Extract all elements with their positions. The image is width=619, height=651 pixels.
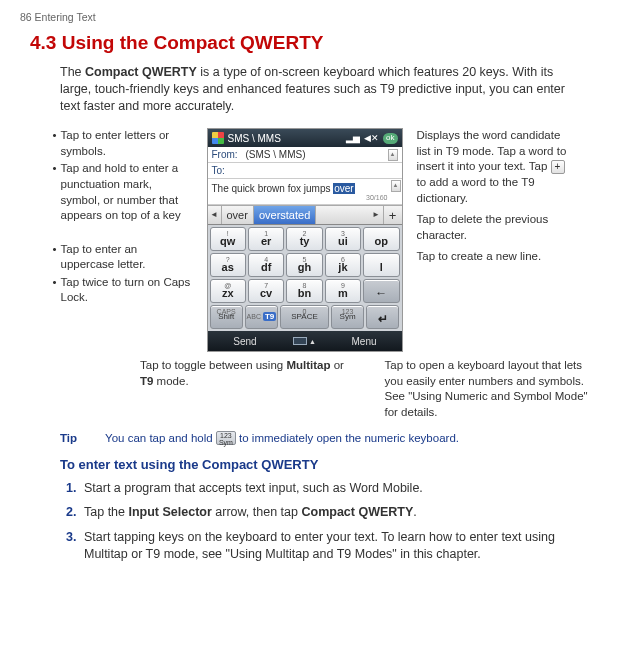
anno-toggle-mode: Tap to toggle between using Multitap or … — [140, 358, 355, 420]
anno-toggle-mid: or — [331, 359, 344, 371]
anno-candidates-pre: Displays the word candidate list in T9 m… — [417, 129, 567, 172]
key-op[interactable]: op — [363, 227, 399, 251]
editor-scroll[interactable] — [391, 180, 401, 192]
intro-paragraph: The Compact QWERTY is a type of on-scree… — [60, 64, 569, 115]
steps-list: Start a program that accepts text input,… — [80, 480, 569, 564]
anno-toggle-b1: Multitap — [286, 359, 330, 371]
step2-b1: Input Selector — [128, 505, 211, 519]
anno-numeric-layout: Tap to open a keyboard layout that lets … — [385, 358, 600, 420]
left-block-2: Tap to enter an uppercase letter. Tap tw… — [53, 242, 193, 306]
kbd-row-1: !qw1er2ty3uiop — [210, 227, 400, 251]
chevron-up-icon: ▲ — [309, 337, 316, 346]
anno-uppercase: Tap to enter an uppercase letter. — [53, 242, 193, 273]
editor-text: The quick brown fox jumps — [212, 183, 334, 194]
tip: Tip You can tap and hold 123Sym to immed… — [60, 431, 599, 447]
cand-prev-icon[interactable]: ◄ — [208, 206, 222, 224]
sym-badge-bot: Sym — [219, 439, 233, 446]
key-ty[interactable]: 2ty — [286, 227, 322, 251]
key-sym[interactable]: 123Sym — [331, 305, 364, 329]
page-header: 86 Entering Text — [20, 10, 599, 24]
tip-label: Tip — [60, 431, 77, 447]
candidate-2[interactable]: overstated — [254, 206, 316, 224]
sip-selector[interactable]: ▲ — [283, 337, 327, 346]
step2-mid: arrow, then tap — [212, 505, 302, 519]
start-icon[interactable] — [212, 132, 224, 144]
to-label: To: — [212, 164, 242, 178]
step-2: Tap the Input Selector arrow, then tap C… — [80, 504, 569, 521]
step2-pre: Tap the — [84, 505, 128, 519]
tip-text: You can tap and hold 123Sym to immediate… — [105, 431, 459, 447]
key-as[interactable]: ?as — [210, 253, 246, 277]
key-↵[interactable]: ↵ — [366, 305, 399, 329]
key-shift[interactable]: CAPSShift — [210, 305, 243, 329]
anno-toggle-post: mode. — [153, 375, 188, 387]
ok-button[interactable]: ok — [383, 133, 397, 144]
sym-badge-top: 123 — [220, 432, 232, 439]
anno-delete: Tap to delete the previous character. — [417, 212, 567, 243]
key-bn[interactable]: 8bn — [286, 279, 322, 303]
to-row[interactable]: To: — [208, 163, 402, 179]
right-annotations: Displays the word candidate list in T9 m… — [417, 128, 567, 352]
kbd-row-2: ?as4df5gh6jkl — [210, 253, 400, 277]
sym-key-icon: 123Sym — [216, 431, 236, 445]
scroll-up-icon[interactable] — [388, 149, 398, 161]
intro-bold: Compact QWERTY — [85, 65, 197, 79]
key-qw[interactable]: !qw — [210, 227, 246, 251]
keyboard: !qw1er2ty3uiop ?as4df5gh6jkl @zx7cv8bn9m… — [208, 225, 402, 331]
key-l[interactable]: l — [363, 253, 399, 277]
tip-pre: You can tap and hold — [105, 432, 216, 444]
char-counter: 30/160 — [366, 193, 387, 202]
key-gh[interactable]: 5gh — [286, 253, 322, 277]
volume-icon: ◀✕ — [364, 132, 379, 144]
titlebar: SMS \ MMS ▂▅ ◀✕ ok — [208, 129, 402, 147]
step-3: Start tapping keys on the keyboard to en… — [80, 529, 569, 563]
add-word-button[interactable]: + — [384, 206, 402, 224]
signal-icon: ▂▅ — [346, 132, 360, 144]
step-1: Start a program that accepts text input,… — [80, 480, 569, 497]
section-heading: 4.3 Using the Compact QWERTY — [30, 30, 599, 56]
anno-newline: Tap to create a new line. — [417, 249, 567, 265]
app-title: SMS \ MMS — [228, 132, 281, 146]
tip-post: to immediately open the numeric keyboard… — [236, 432, 459, 444]
anno-candidates-post: to add a word to the T9 dictionary. — [417, 176, 535, 204]
message-editor[interactable]: The quick brown fox jumps over 30/160 — [208, 179, 402, 205]
key-ui[interactable]: 3ui — [325, 227, 361, 251]
candidate-1[interactable]: over — [222, 206, 254, 224]
kbd-row-4: CAPSShiftABC T90SPACE123Sym↵ — [210, 305, 400, 329]
left-block-1: Tap to enter letters or symbols. Tap and… — [53, 128, 193, 223]
below-annotations: Tap to toggle between using Multitap or … — [140, 358, 599, 420]
editor-selection: over — [333, 183, 354, 194]
from-value: (SMS \ MMS) — [246, 148, 306, 162]
anno-capslock: Tap twice to turn on Caps Lock. — [53, 275, 193, 306]
key-df[interactable]: 4df — [248, 253, 284, 277]
anno-toggle-b2: T9 — [140, 375, 153, 387]
from-row: From: (SMS \ MMS) — [208, 147, 402, 163]
key-er[interactable]: 1er — [248, 227, 284, 251]
cand-next-icon[interactable]: ► — [370, 206, 384, 224]
softkey-send[interactable]: Send — [208, 335, 283, 349]
anno-toggle-pre: Tap to toggle between using — [140, 359, 286, 371]
key-space[interactable]: 0SPACE — [280, 305, 329, 329]
kbd-row-3: @zx7cv8bn9m← — [210, 279, 400, 303]
softkey-bar: Send ▲ Menu — [208, 331, 402, 351]
key-cv[interactable]: 7cv — [248, 279, 284, 303]
key-t9[interactable]: ABC T9 — [245, 305, 278, 329]
key-jk[interactable]: 6jk — [325, 253, 361, 277]
intro-pre: The — [60, 65, 85, 79]
step2-post: . — [413, 505, 416, 519]
from-label: From: — [212, 148, 242, 162]
plus-icon: + — [551, 160, 565, 174]
anno-tap-hold: Tap and hold to enter a punctuation mark… — [53, 161, 193, 223]
procedure-heading: To enter text using the Compact QWERTY — [60, 456, 599, 474]
softkey-menu[interactable]: Menu — [327, 335, 402, 349]
anno-tap-letters: Tap to enter letters or symbols. — [53, 128, 193, 159]
anno-candidates: Displays the word candidate list in T9 m… — [417, 128, 567, 206]
key-zx[interactable]: @zx — [210, 279, 246, 303]
keyboard-icon — [293, 337, 307, 345]
left-annotations: Tap to enter letters or symbols. Tap and… — [53, 128, 193, 352]
key-←[interactable]: ← — [363, 279, 399, 303]
candidate-bar: ◄ over overstated ► + — [208, 205, 402, 225]
step2-b2: Compact QWERTY — [301, 505, 413, 519]
diagram: Tap to enter letters or symbols. Tap and… — [20, 128, 599, 352]
key-m[interactable]: 9m — [325, 279, 361, 303]
